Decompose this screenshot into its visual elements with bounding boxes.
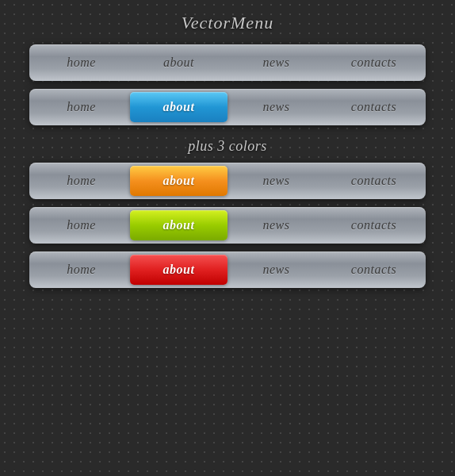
page-title: VectorMenu (182, 13, 273, 33)
nav-item-contacts-2[interactable]: contacts (325, 92, 422, 122)
nav-item-about-4[interactable]: about (130, 210, 228, 240)
navbar-blue: home about news contacts (29, 89, 426, 125)
nav-item-contacts-3[interactable]: contacts (325, 166, 422, 196)
nav-item-news-1[interactable]: news (228, 48, 325, 78)
nav-item-home-4[interactable]: home (32, 210, 130, 240)
nav-item-news-5[interactable]: news (228, 255, 325, 285)
nav-item-about-2[interactable]: about (130, 92, 228, 122)
nav-item-contacts-1[interactable]: contacts (325, 48, 422, 78)
navbar-default: home about news contacts (29, 44, 426, 81)
nav-item-contacts-5[interactable]: contacts (325, 255, 422, 285)
subtitle: plus 3 colors (188, 138, 267, 155)
nav-item-about-1[interactable]: about (130, 48, 228, 78)
nav-item-home-2[interactable]: home (32, 92, 130, 122)
nav-item-home-5[interactable]: home (32, 255, 130, 285)
nav-item-about-3[interactable]: about (130, 166, 228, 196)
nav-item-home-1[interactable]: home (32, 48, 130, 78)
nav-item-news-4[interactable]: news (228, 210, 325, 240)
nav-item-home-3[interactable]: home (32, 166, 130, 196)
navbar-green: home about news contacts (29, 207, 426, 244)
navbar-orange: home about news contacts (29, 163, 426, 199)
nav-item-news-3[interactable]: news (228, 166, 325, 196)
navbar-red: home about news contacts (29, 251, 426, 288)
nav-item-about-5[interactable]: about (130, 255, 228, 285)
nav-item-news-2[interactable]: news (228, 92, 325, 122)
nav-item-contacts-4[interactable]: contacts (325, 210, 422, 240)
